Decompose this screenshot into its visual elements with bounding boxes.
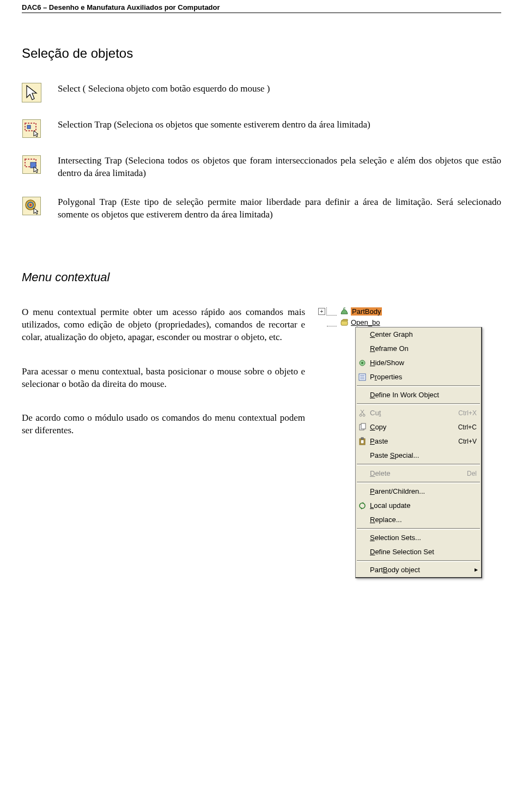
menu-item-delete: DeleteDel <box>356 466 481 481</box>
tree-label-partbody: PartBody <box>351 307 382 316</box>
menu-item-label: Hide/Show <box>370 359 477 367</box>
svg-point-23 <box>360 503 365 508</box>
spec-tree[interactable]: + PartBody Open_bo <box>318 306 501 328</box>
partbody-icon <box>340 307 349 316</box>
polygonal-trap-text: Polygonal Trap (Este tipo de seleção per… <box>58 196 501 221</box>
menu-item-parent-children[interactable]: Parent/Children... <box>356 484 481 499</box>
copy-icon <box>357 422 368 432</box>
menu-item-paste-special[interactable]: Paste Special... <box>356 449 481 463</box>
menu-item-label: Copy <box>370 423 458 431</box>
selection-trap-text: Selection Trap (Seleciona os objetos que… <box>58 119 501 131</box>
svg-rect-7 <box>341 321 348 325</box>
context-menu-paragraph-2: Para acessar o menu contextual, basta po… <box>22 366 305 391</box>
menu-item-label: Local update <box>370 501 477 510</box>
svg-point-9 <box>361 362 363 364</box>
intersecting-trap-text: Intersecting Trap (Seleciona todos os ob… <box>58 155 501 180</box>
menu-item-label: Paste Special... <box>370 451 477 459</box>
menu-item-label: Replace... <box>370 516 477 524</box>
menu-item-define-in-work-object[interactable]: Define In Work Object <box>356 388 481 402</box>
blank-icon <box>357 515 368 525</box>
properties-icon <box>357 372 368 382</box>
menu-item-reframe-on[interactable]: Reframe On <box>356 342 481 356</box>
blank-icon <box>357 469 368 478</box>
menu-item-shortcut: Ctrl+V <box>458 438 477 445</box>
svg-rect-3 <box>31 162 36 168</box>
blank-icon <box>357 565 368 575</box>
menu-item-hide-show[interactable]: Hide/Show <box>356 356 481 370</box>
section-title-context-menu: Menu contextual <box>22 270 501 284</box>
menu-item-properties[interactable]: Properties <box>356 370 481 384</box>
menu-item-local-update[interactable]: Local update <box>356 499 481 513</box>
menu-item-shortcut: Ctrl+C <box>458 423 477 431</box>
context-menu[interactable]: Center GraphReframe OnHide/ShowPropertie… <box>355 327 482 578</box>
svg-rect-21 <box>361 438 363 439</box>
page-header: DAC6 – Desenho e Manufatura Auxiliados p… <box>22 0 501 13</box>
menu-separator <box>357 482 480 483</box>
section-title-selection: Seleção de objetos <box>22 46 501 61</box>
selection-trap-icon <box>22 119 41 138</box>
blank-icon <box>357 390 368 400</box>
select-cursor-text: Select ( Seleciona objeto com botão esqu… <box>58 83 501 95</box>
menu-separator <box>357 560 480 562</box>
svg-rect-1 <box>27 125 31 129</box>
tree-node-openbody[interactable]: Open_bo <box>318 317 501 328</box>
menu-item-center-graph[interactable]: Center Graph <box>356 328 481 342</box>
menu-item-label: Cut <box>370 409 458 417</box>
menu-item-label: Define In Work Object <box>370 391 477 399</box>
tree-label-openbody: Open_bo <box>351 318 380 326</box>
intersecting-trap-icon <box>22 155 41 174</box>
svg-point-14 <box>360 414 362 416</box>
menu-item-shortcut: Del <box>467 470 477 477</box>
menu-item-shortcut: Ctrl+X <box>458 409 477 417</box>
context-menu-paragraph-3: De acordo como o módulo usado os comando… <box>22 412 305 437</box>
menu-item-replace[interactable]: Replace... <box>356 513 481 527</box>
menu-item-label: Center Graph <box>370 330 477 338</box>
menu-item-cut: CutCtrl+X <box>356 406 481 420</box>
blank-icon <box>357 451 368 460</box>
blank-icon <box>357 487 368 496</box>
menu-separator <box>357 385 480 387</box>
select-cursor-icon <box>22 83 41 102</box>
svg-rect-19 <box>361 423 366 429</box>
blank-icon <box>357 547 368 557</box>
menu-item-label: Properties <box>370 373 477 381</box>
openbody-icon <box>340 318 349 327</box>
hideshow-icon <box>357 358 368 368</box>
menu-item-label: Delete <box>370 469 467 477</box>
menu-item-label: Paste <box>370 437 458 445</box>
svg-rect-22 <box>361 440 364 444</box>
menu-item-label: Parent/Children... <box>370 487 477 495</box>
svg-point-15 <box>363 414 365 416</box>
blank-icon <box>357 344 368 354</box>
tree-node-partbody[interactable]: + PartBody <box>318 306 501 317</box>
svg-point-6 <box>29 204 32 206</box>
menu-item-selection-sets[interactable]: Selection Sets... <box>356 531 481 545</box>
menu-item-partbody-object[interactable]: PartBody object <box>356 563 481 577</box>
blank-icon <box>357 533 368 543</box>
paste-icon <box>357 437 368 446</box>
menu-item-copy[interactable]: CopyCtrl+C <box>356 420 481 434</box>
update-icon <box>357 501 368 511</box>
context-menu-paragraph-1: O menu contextual permite obter um acess… <box>22 306 305 344</box>
menu-separator <box>357 528 480 530</box>
polygonal-trap-icon <box>22 196 41 216</box>
menu-item-label: Reframe On <box>370 344 477 353</box>
blank-icon <box>357 330 368 340</box>
cut-icon <box>357 408 368 418</box>
menu-item-paste[interactable]: PasteCtrl+V <box>356 434 481 449</box>
menu-item-define-selection-set[interactable]: Define Selection Set <box>356 545 481 559</box>
menu-item-label: PartBody object <box>370 566 477 574</box>
menu-separator <box>357 464 480 465</box>
menu-item-label: Selection Sets... <box>370 534 477 542</box>
menu-item-label: Define Selection Set <box>370 548 477 556</box>
menu-separator <box>357 403 480 405</box>
